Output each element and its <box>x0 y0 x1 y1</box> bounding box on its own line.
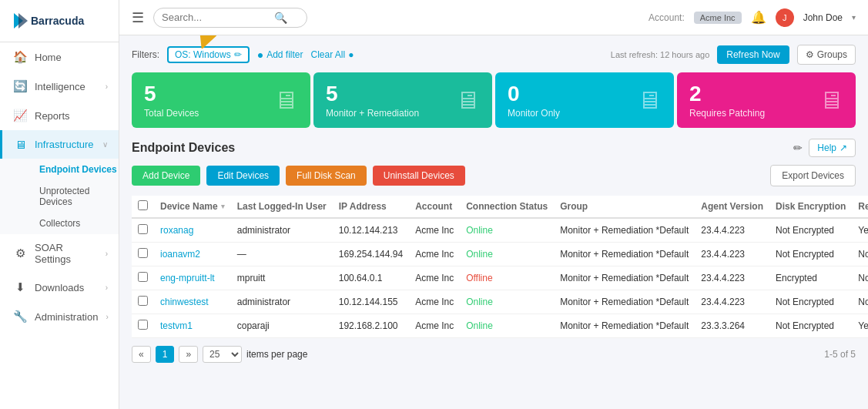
table-row: chinwestest administrator 10.12.144.155 … <box>132 290 868 314</box>
sidebar-item-downloads[interactable]: ⬇ Downloads › <box>0 273 119 302</box>
filter-edit-icon[interactable]: ✏ <box>234 49 242 60</box>
logo: Barracuda <box>11 9 96 32</box>
row-device-name[interactable]: testvm1 <box>154 314 231 338</box>
row-checkbox[interactable] <box>132 290 154 314</box>
clear-all-button[interactable]: Clear All ● <box>311 49 354 60</box>
infrastructure-icon: 🖥 <box>13 138 27 151</box>
table-header: Device Name ▾ Last Logged-In User IP Add… <box>132 196 868 218</box>
pagination-prev-button[interactable]: « <box>132 346 151 363</box>
sidebar-item-label: Home <box>35 52 108 63</box>
chevron-right-icon: › <box>106 250 108 258</box>
row-connection: Online <box>460 218 554 243</box>
table-row: ioanavm2 — 169.254.144.94 Acme Inc Onlin… <box>132 243 868 267</box>
row-device-name[interactable]: chinwestest <box>154 290 231 314</box>
export-devices-button[interactable]: Export Devices <box>770 165 856 186</box>
svg-text:Barracuda: Barracuda <box>31 15 84 27</box>
pagination-page-1-button[interactable]: 1 <box>156 346 175 363</box>
stat-label-monitor-only: Monitor Only <box>508 108 560 119</box>
stat-card-total[interactable]: 5 Total Devices 🖥 <box>132 72 310 128</box>
filter-bar: Filters: OS: Windows ✏ ● Add filter Clea… <box>132 45 856 65</box>
row-account: Acme Inc <box>409 267 460 290</box>
row-requires-patching: Yes <box>852 218 868 243</box>
stat-card-monitor-only[interactable]: 0 Monitor Only 🖥 <box>495 72 674 128</box>
row-checkbox[interactable] <box>132 267 154 290</box>
row-requires-patching: No <box>852 267 868 290</box>
stat-label-total: Total Devices <box>144 108 199 119</box>
logo-area: Barracuda <box>0 0 119 42</box>
stat-card-monitor-remediation[interactable]: 5 Monitor + Remediation 🖥 <box>313 72 492 128</box>
per-page-select[interactable]: 10 25 50 100 <box>203 346 242 363</box>
th-device-name[interactable]: Device Name ▾ <box>154 196 231 218</box>
th-agent: Agent Version <box>695 196 769 218</box>
sidebar-item-collectors[interactable]: Collectors <box>32 213 119 234</box>
account-value[interactable]: Acme Inc <box>694 12 742 24</box>
add-filter-label: Add filter <box>266 49 303 60</box>
search-input[interactable] <box>162 12 270 23</box>
uninstall-devices-button[interactable]: Uninstall Devices <box>373 166 465 186</box>
user-dropdown-icon[interactable]: ▾ <box>852 13 856 22</box>
th-disk: Disk Encryption <box>769 196 852 218</box>
stat-number-monitor-only: 0 <box>508 82 560 106</box>
sort-icon: ▾ <box>221 203 225 210</box>
monitor-icon-patching: 🖥 <box>819 86 843 115</box>
stat-info-requires-patching: 2 Requires Patching <box>689 82 765 119</box>
row-requires-patching: No <box>852 290 868 314</box>
th-account: Account <box>409 196 460 218</box>
row-ip: 10.12.144.155 <box>333 290 409 314</box>
row-connection: Offline <box>460 267 554 290</box>
help-label: Help <box>817 142 836 153</box>
groups-button[interactable]: ⚙ Groups <box>797 45 856 65</box>
row-checkbox[interactable] <box>132 314 154 338</box>
groups-label: Groups <box>817 49 847 60</box>
search-box[interactable]: 🔍 <box>153 8 307 28</box>
full-disk-scan-button[interactable]: Full Disk Scan <box>286 166 367 186</box>
select-all-checkbox[interactable] <box>138 200 148 210</box>
row-group: Monitor + Remediation *Default <box>554 314 695 338</box>
row-account: Acme Inc <box>409 243 460 267</box>
row-agent-version: 23.4.4.223 <box>695 243 769 267</box>
row-ip: 192.168.2.100 <box>333 314 409 338</box>
row-device-name[interactable]: roxanag <box>154 218 231 243</box>
add-filter-button[interactable]: ● Add filter <box>257 49 303 61</box>
items-per-page-label: items per page <box>246 349 307 360</box>
sidebar-item-unprotected-devices[interactable]: Unprotected Devices <box>32 180 119 213</box>
sidebar-item-label: Reports <box>35 110 108 122</box>
stat-info-total: 5 Total Devices <box>144 82 199 119</box>
external-link-icon: ↗ <box>840 142 847 153</box>
row-checkbox[interactable] <box>132 243 154 267</box>
bell-icon[interactable]: 🔔 <box>751 10 766 25</box>
hamburger-menu[interactable]: ☰ <box>132 9 144 26</box>
row-account: Acme Inc <box>409 290 460 314</box>
sidebar-item-soar[interactable]: ⚙ SOAR Settings › <box>0 234 119 273</box>
topbar: ☰ 🔍 Account: Acme Inc 🔔 J John Doe ▾ <box>119 0 868 35</box>
row-checkbox[interactable] <box>132 218 154 243</box>
row-last-user: coparaji <box>231 314 333 338</box>
sidebar-item-label: Intelligence <box>35 81 98 92</box>
sidebar-item-reports[interactable]: 📈 Reports <box>0 101 119 130</box>
pagination-next-button[interactable]: » <box>179 346 198 363</box>
edit-devices-button[interactable]: Edit Devices <box>206 166 280 186</box>
stat-label-requires-patching: Requires Patching <box>689 108 765 119</box>
row-device-name[interactable]: eng-mpruitt-lt <box>154 267 231 290</box>
row-device-name[interactable]: ioanavm2 <box>154 243 231 267</box>
downloads-icon: ⬇ <box>13 280 27 294</box>
pencil-icon[interactable]: ✏ <box>793 142 803 154</box>
action-buttons: Add Device Edit Devices Full Disk Scan U… <box>132 165 856 186</box>
active-filter-tag[interactable]: OS: Windows ✏ <box>167 46 250 63</box>
row-connection: Online <box>460 314 554 338</box>
sidebar-item-administration[interactable]: 🔧 Administration › <box>0 302 119 331</box>
th-patching: Requires Patching <box>852 196 868 218</box>
add-device-button[interactable]: Add Device <box>132 166 200 186</box>
help-button[interactable]: Help ↗ <box>809 139 856 157</box>
sidebar-item-label: Infrastructure <box>35 139 95 150</box>
row-requires-patching: No <box>852 243 868 267</box>
stat-card-requires-patching[interactable]: 2 Requires Patching 🖥 <box>677 72 856 128</box>
sidebar-item-infrastructure[interactable]: 🖥 Infrastructure ∨ <box>0 130 119 159</box>
sidebar-item-intelligence[interactable]: 🔄 Intelligence › <box>0 72 119 101</box>
row-ip: 100.64.0.1 <box>333 267 409 290</box>
barracuda-logo-svg: Barracuda <box>11 10 96 32</box>
content-area: Filters: OS: Windows ✏ ● Add filter Clea… <box>119 35 868 409</box>
sidebar-item-home[interactable]: 🏠 Home <box>0 42 119 72</box>
sidebar-item-endpoint-devices[interactable]: Endpoint Devices <box>32 159 119 180</box>
refresh-now-button[interactable]: Refresh Now <box>717 45 789 64</box>
